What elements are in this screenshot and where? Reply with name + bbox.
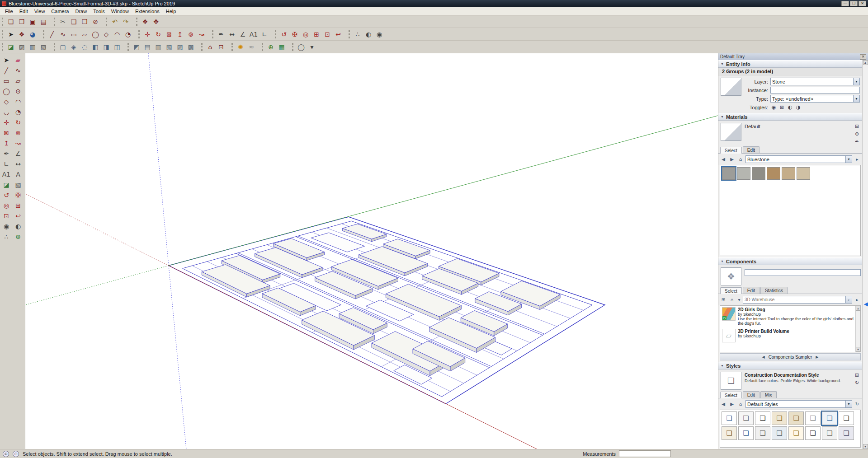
in-model-icon[interactable]: ⌂ xyxy=(737,156,744,163)
toolbar-drag-handle[interactable] xyxy=(212,30,213,38)
look-around-icon[interactable]: ◐ xyxy=(363,29,374,40)
styles-tab-select[interactable]: Select xyxy=(720,392,742,398)
material-swatch[interactable] xyxy=(737,167,750,180)
pie-tool[interactable]: ◔ xyxy=(12,107,24,117)
toolbar-drag-handle[interactable] xyxy=(106,18,107,26)
open-icon[interactable]: ❐ xyxy=(16,16,27,27)
section-fill-tool[interactable]: ▧ xyxy=(12,179,24,190)
follow-me-tool[interactable]: ↝ xyxy=(12,138,24,148)
rotated-rectangle-tool[interactable]: ▱ xyxy=(12,75,24,86)
material-swatch[interactable] xyxy=(782,167,795,180)
style-thumbnail[interactable]: ❏ xyxy=(722,426,737,440)
menu-file[interactable]: File xyxy=(2,8,16,15)
style-thumbnail[interactable]: ❏ xyxy=(822,426,837,440)
hidden-line-icon[interactable]: ◌ xyxy=(79,42,90,52)
toolbar-drag-handle[interactable] xyxy=(136,18,137,26)
display-secondary-pane-icon[interactable]: ⊞ xyxy=(854,123,860,130)
style-thumbnail[interactable]: ❏ xyxy=(755,411,770,425)
print-icon[interactable]: ▤ xyxy=(38,16,49,27)
shaded-icon[interactable]: ◧ xyxy=(90,42,101,52)
next-collection-icon[interactable]: ▶ xyxy=(816,355,818,359)
back-view-icon[interactable]: ▨ xyxy=(175,42,185,52)
update-style-icon[interactable]: ↻ xyxy=(854,379,860,386)
toolbar-drag-handle[interactable] xyxy=(54,43,55,51)
section-cut-icon[interactable]: ▥ xyxy=(27,42,38,52)
dimension-icon[interactable]: ↔ xyxy=(226,29,237,40)
chevron-down-icon[interactable]: ▼ xyxy=(845,156,852,163)
erase-icon[interactable]: ⊘ xyxy=(90,16,101,27)
section-plane-tool[interactable]: ◪ xyxy=(0,179,12,190)
cast-shadows-toggle-icon[interactable]: ◐ xyxy=(787,104,793,111)
menu-tools[interactable]: Tools xyxy=(90,8,108,15)
look-around-tool[interactable]: ◐ xyxy=(12,221,24,231)
protractor-icon[interactable]: ∠ xyxy=(237,29,248,40)
top-view-icon[interactable]: ▤ xyxy=(142,42,153,52)
toolbar-drag-handle[interactable] xyxy=(292,43,293,51)
toolbar-drag-handle[interactable] xyxy=(201,43,203,51)
freehand-icon[interactable]: ∿ xyxy=(57,29,68,40)
toolbar-drag-handle[interactable] xyxy=(349,30,350,38)
geolocation-icon[interactable]: ⊕ xyxy=(3,451,9,457)
chevron-down-icon[interactable]: ▾ xyxy=(737,296,741,304)
style-thumbnail[interactable]: ❏ xyxy=(822,411,837,425)
viewport-3d[interactable] xyxy=(25,53,718,449)
maximize-button[interactable]: ❒ xyxy=(850,1,858,6)
forward-icon[interactable]: ▶ xyxy=(728,156,736,163)
toolbar-drag-handle[interactable] xyxy=(43,30,44,38)
tray-header[interactable]: Default Tray ✕ xyxy=(718,53,868,60)
style-collection-dropdown[interactable]: Default Styles ▼ xyxy=(745,400,852,408)
monochrome-icon[interactable]: ◫ xyxy=(112,42,123,52)
styles-header[interactable]: ▼ Styles xyxy=(718,362,862,369)
pie-icon[interactable]: ◔ xyxy=(123,29,133,40)
3d-text-tool[interactable]: A xyxy=(12,169,24,179)
toolbar-drag-handle[interactable] xyxy=(2,43,3,51)
scroll-up-icon[interactable]: ▲ xyxy=(863,60,868,65)
axes-icon[interactable]: ∟ xyxy=(259,29,270,40)
rectangle-tool[interactable]: ▭ xyxy=(0,75,12,86)
rotate-tool[interactable]: ↻ xyxy=(12,117,24,127)
protractor-tool[interactable]: ∠ xyxy=(12,148,24,159)
offset-tool[interactable]: ⊚ xyxy=(12,127,24,138)
section-plane-icon[interactable]: ◪ xyxy=(5,42,16,52)
select-tool[interactable]: ➤ xyxy=(0,55,12,65)
materials-header[interactable]: ▼ Materials xyxy=(718,113,862,121)
pan-icon[interactable]: ✠ xyxy=(289,29,300,40)
style-thumbnail[interactable]: ❏ xyxy=(755,426,770,440)
chevron-down-icon[interactable]: ▼ xyxy=(853,95,859,102)
style-thumbnail[interactable]: ❏ xyxy=(738,426,754,440)
receive-shadows-toggle-icon[interactable]: ◑ xyxy=(795,104,802,111)
rectangle-icon[interactable]: ▭ xyxy=(68,29,79,40)
tape-measure-icon[interactable]: ✒ xyxy=(216,29,226,40)
orbit-icon[interactable]: ↺ xyxy=(278,29,289,40)
orbit-tool[interactable]: ↺ xyxy=(0,190,12,200)
copy-icon[interactable]: ❑ xyxy=(68,16,79,27)
style-thumbnail[interactable]: ❏ xyxy=(805,426,821,440)
text-icon[interactable]: A1 xyxy=(248,29,259,40)
zoom-window-tool[interactable]: ⊞ xyxy=(12,200,24,210)
axes-tool[interactable]: ∟ xyxy=(0,159,12,169)
style-thumbnail[interactable]: ❏ xyxy=(788,411,804,425)
close-button[interactable]: ✕ xyxy=(859,1,866,6)
components-tab-select[interactable]: Select xyxy=(720,287,742,294)
panel-collapse-arrow-icon[interactable]: ◀ xyxy=(864,301,868,307)
xray-icon[interactable]: ▢ xyxy=(57,42,68,52)
rotate-icon[interactable]: ↻ xyxy=(153,29,164,40)
line-icon[interactable]: ╱ xyxy=(47,29,57,40)
back-icon[interactable]: ◀ xyxy=(720,156,727,163)
3d-warehouse-icon[interactable]: ❖ xyxy=(140,16,151,27)
scale-icon[interactable]: ⊠ xyxy=(164,29,175,40)
previous-collection-icon[interactable]: ◀ xyxy=(762,355,764,359)
zoom-extents-icon[interactable]: ⊡ xyxy=(216,42,226,52)
material-swatch[interactable] xyxy=(752,167,765,180)
style-thumbnail[interactable]: ❏ xyxy=(839,426,854,440)
move-icon[interactable]: ✛ xyxy=(142,29,153,40)
zoom-tool[interactable]: ◎ xyxy=(0,200,12,210)
right-view-icon[interactable]: ▧ xyxy=(164,42,175,52)
rotated-rectangle-icon[interactable]: ▱ xyxy=(79,29,90,40)
toolbar-drag-handle[interactable] xyxy=(2,30,3,38)
menu-camera[interactable]: Camera xyxy=(48,8,72,15)
menu-extensions[interactable]: Extensions xyxy=(132,8,163,15)
polygon-icon[interactable]: ◇ xyxy=(101,29,112,40)
style-thumbnail[interactable]: ❏ xyxy=(722,411,737,425)
front-view-icon[interactable]: ▥ xyxy=(153,42,164,52)
